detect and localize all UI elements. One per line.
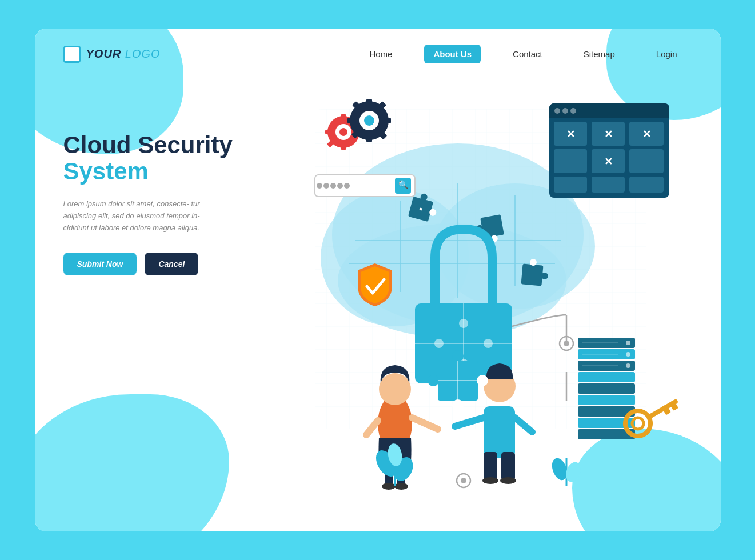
page-title-line1: Cloud Security — [63, 132, 269, 158]
svg-point-43 — [330, 183, 336, 189]
svg-rect-57 — [554, 149, 587, 173]
main-content: Cloud Security System Lorem ipsum dolor … — [35, 75, 721, 526]
svg-point-71 — [434, 339, 444, 348]
svg-rect-59 — [629, 149, 664, 173]
svg-point-75 — [564, 341, 569, 346]
svg-rect-81 — [578, 372, 635, 382]
svg-rect-60 — [554, 177, 587, 193]
svg-rect-110 — [484, 452, 497, 481]
nav-login[interactable]: Login — [647, 45, 686, 63]
svg-point-116 — [477, 375, 488, 386]
svg-text:✕: ✕ — [642, 129, 650, 140]
svg-point-77 — [461, 478, 466, 483]
svg-point-72 — [484, 339, 493, 348]
svg-point-70 — [459, 319, 468, 328]
svg-point-112 — [482, 477, 498, 484]
svg-point-31 — [364, 115, 374, 126]
button-row: Submit Now Cancel — [63, 253, 269, 275]
svg-point-104 — [382, 483, 396, 490]
svg-rect-26 — [325, 130, 331, 134]
nav-contact[interactable]: Contact — [504, 45, 552, 63]
svg-point-53 — [570, 108, 576, 114]
svg-point-90 — [626, 341, 630, 345]
svg-rect-17 — [521, 263, 543, 286]
navigation: Home About Us Contact Sitemap Login — [360, 45, 686, 63]
svg-point-44 — [337, 183, 343, 189]
svg-rect-35 — [347, 118, 354, 123]
svg-point-92 — [626, 363, 630, 368]
header: YOUR LOGO Home About Us Contact Sitemap … — [35, 29, 721, 75]
svg-point-118 — [428, 375, 439, 386]
svg-text:🔍: 🔍 — [398, 180, 408, 190]
svg-point-91 — [626, 352, 630, 357]
svg-point-51 — [554, 108, 560, 114]
logo: YOUR LOGO — [63, 46, 161, 63]
nav-sitemap[interactable]: Sitemap — [574, 45, 624, 63]
svg-point-99 — [379, 373, 411, 405]
svg-rect-32 — [366, 99, 372, 106]
svg-point-22 — [339, 128, 347, 136]
illustration-panel: 🔍 — [269, 86, 692, 526]
nav-about[interactable]: About Us — [424, 45, 481, 63]
svg-rect-62 — [629, 177, 664, 193]
logo-italic: LOGO — [125, 47, 161, 60]
svg-text:✕: ✕ — [566, 129, 574, 140]
svg-rect-24 — [341, 145, 346, 150]
submit-button[interactable]: Submit Now — [63, 253, 137, 275]
svg-point-105 — [394, 483, 408, 490]
svg-rect-50 — [549, 114, 669, 118]
logo-bold: YOUR — [86, 47, 122, 60]
hero-description: Lorem ipsum dolor sit amet, consecte- tu… — [63, 198, 223, 234]
nav-home[interactable]: Home — [360, 45, 401, 63]
svg-point-45 — [344, 183, 350, 189]
svg-rect-61 — [592, 177, 625, 193]
svg-point-117 — [452, 399, 464, 411]
svg-point-115 — [452, 350, 464, 362]
svg-rect-33 — [366, 135, 372, 142]
svg-rect-23 — [341, 114, 346, 119]
logo-square — [63, 46, 81, 63]
svg-rect-111 — [501, 452, 515, 481]
svg-text:✕: ✕ — [604, 156, 612, 167]
svg-point-113 — [500, 477, 516, 484]
svg-point-41 — [317, 183, 322, 189]
logo-text: YOUR LOGO — [86, 47, 161, 61]
svg-rect-106 — [484, 406, 515, 458]
page-title-line2: System — [63, 158, 269, 185]
svg-rect-82 — [578, 383, 635, 394]
svg-point-42 — [323, 183, 329, 189]
page-wrapper: YOUR LOGO Home About Us Contact Sitemap … — [35, 29, 721, 531]
main-illustration: 🔍 — [269, 86, 698, 521]
svg-text:✕: ✕ — [604, 129, 612, 140]
svg-rect-83 — [578, 395, 635, 405]
svg-rect-34 — [384, 118, 391, 123]
left-panel: Cloud Security System Lorem ipsum dolor … — [63, 86, 269, 526]
cancel-button[interactable]: Cancel — [145, 253, 198, 275]
svg-point-52 — [562, 108, 568, 114]
